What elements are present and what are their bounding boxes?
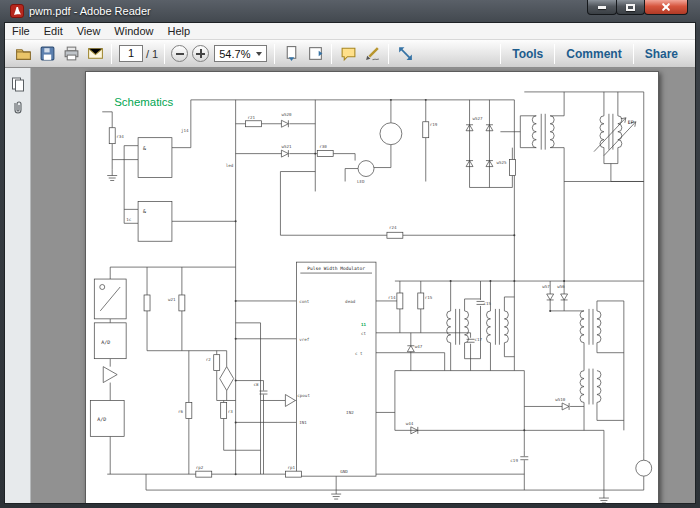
label-ep: EP: [628, 119, 634, 125]
zoom-level-value: 54.7%: [219, 48, 250, 60]
page-fit-icon: [307, 45, 324, 62]
signature-pen-icon: [364, 45, 381, 62]
zoom-level-dropdown[interactable]: 54.7%: [214, 45, 267, 62]
scrolling-mode-button[interactable]: [279, 42, 303, 66]
window-client-area: File Edit View Window Help: [4, 22, 696, 504]
label-rp1: rp1: [287, 465, 295, 470]
ic-title: Pulse Width Modulator: [307, 266, 365, 271]
fullscreen-button[interactable]: [393, 42, 417, 66]
single-page-mode-button[interactable]: [303, 42, 327, 66]
pin-gnd: GND: [340, 469, 348, 474]
page-scroll-icon: [283, 45, 300, 62]
label-j14: j14: [181, 128, 189, 133]
speech-bubble-icon: [340, 45, 357, 62]
page-thumbnails-button[interactable]: [7, 72, 29, 96]
label-c17: c17: [475, 337, 483, 342]
cpout-buffer: [285, 395, 295, 407]
window-title: pwm.pdf - Adobe Reader: [29, 5, 151, 17]
label-rp2: rp2: [196, 465, 204, 470]
tools-button[interactable]: Tools: [501, 40, 554, 67]
pin-cont: cont: [299, 299, 310, 304]
open-button[interactable]: [11, 42, 35, 66]
meter-circle: [636, 460, 652, 476]
label-r30: r30: [319, 144, 327, 149]
sticky-note-button[interactable]: [336, 42, 360, 66]
print-button[interactable]: [59, 42, 83, 66]
led-circle: [358, 161, 374, 177]
diamond-symbol: [220, 367, 234, 391]
pin-in2: IN2: [346, 410, 354, 415]
schematics-heading: Schematics: [114, 96, 173, 108]
save-disk-icon: [39, 45, 56, 62]
printer-icon: [63, 45, 80, 62]
open-folder-icon: [15, 45, 32, 62]
menu-view[interactable]: View: [70, 24, 108, 38]
zoom-in-button[interactable]: [192, 45, 209, 62]
pwm-ic: [296, 262, 376, 476]
label-ad1: A/D: [101, 339, 110, 345]
label-r6: r6: [178, 409, 184, 414]
schematic-svg: & &: [86, 72, 660, 503]
page-total-label: / 1: [146, 48, 158, 60]
expand-arrows-icon: [397, 45, 414, 62]
content-area: & &: [5, 68, 695, 503]
label-r34: r34: [116, 134, 124, 139]
comment-button[interactable]: Comment: [555, 40, 632, 67]
minus-icon: [176, 53, 184, 55]
toolbar-separator: [388, 44, 389, 64]
zoom-out-button[interactable]: [171, 45, 188, 62]
label-led: led: [226, 163, 234, 168]
attachments-button[interactable]: [7, 96, 29, 120]
menu-edit[interactable]: Edit: [37, 24, 70, 38]
label-r3: r3: [228, 409, 234, 414]
label-r24: r24: [389, 225, 397, 230]
save-button[interactable]: [35, 42, 59, 66]
close-button[interactable]: [644, 0, 688, 15]
maximize-button[interactable]: [616, 0, 645, 15]
close-icon: [661, 2, 671, 12]
menu-file[interactable]: File: [5, 24, 37, 38]
label-c19: c19: [510, 458, 518, 463]
gate1-symbol: &: [143, 145, 146, 151]
share-button[interactable]: Share: [634, 40, 689, 67]
opamp-triangle: [103, 367, 117, 383]
schematic: & &: [90, 92, 651, 503]
label-LED: LED: [357, 179, 365, 184]
pin-ct: ct: [361, 331, 367, 336]
pin-dead: dead: [345, 299, 356, 304]
pin-in1: IN1: [299, 420, 307, 425]
sign-button[interactable]: [360, 42, 384, 66]
email-button[interactable]: [83, 42, 107, 66]
minimize-icon: [598, 6, 606, 9]
label-w47: w47: [415, 344, 423, 349]
toolbar-separator: [274, 44, 275, 64]
wires-power: [451, 281, 644, 492]
page-number-input[interactable]: 1: [119, 45, 143, 62]
label-c15: c15: [483, 301, 491, 306]
navigation-pane: [5, 68, 31, 503]
toolbar-separator: [331, 44, 332, 64]
label-w525: w525: [496, 160, 507, 165]
gate2-symbol: &: [143, 208, 146, 214]
label-c8: c8: [254, 382, 260, 387]
toolbar-separator: [164, 44, 165, 64]
pdf-page: & &: [85, 71, 659, 503]
label-1c: 1c: [126, 217, 132, 222]
document-area[interactable]: & &: [31, 68, 695, 503]
menu-window[interactable]: Window: [107, 24, 160, 38]
label-w56: w56: [557, 284, 565, 289]
transistor-circle: [380, 123, 402, 145]
minimize-button[interactable]: [587, 0, 617, 15]
envelope-icon: [87, 45, 104, 62]
label-r14: r14: [388, 295, 396, 300]
label-r15: r15: [425, 295, 433, 300]
pin-ct2: c t: [355, 351, 363, 356]
menu-help[interactable]: Help: [160, 24, 197, 38]
label-r21: r21: [248, 115, 256, 120]
label-w520: w520: [281, 112, 292, 117]
titlebar: pwm.pdf - Adobe Reader: [4, 0, 696, 22]
pin-vref: vref: [299, 337, 310, 342]
toolbar-right-group: Tools Comment Share: [500, 40, 689, 67]
adc-block-2: [90, 400, 124, 436]
label-w527: w527: [473, 116, 484, 121]
